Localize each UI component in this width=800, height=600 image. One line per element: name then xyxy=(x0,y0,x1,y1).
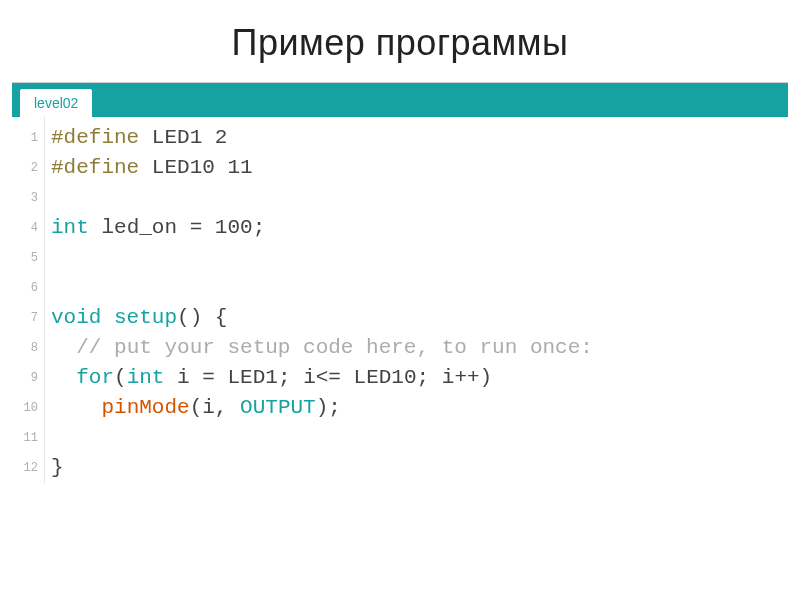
code-line[interactable] xyxy=(51,273,788,303)
code-line[interactable]: #define LED10 11 xyxy=(51,153,788,183)
code-token: #define xyxy=(51,126,152,149)
slide-title: Пример программы xyxy=(0,0,800,82)
line-number: 4 xyxy=(12,213,44,243)
code-token: ; xyxy=(417,366,442,389)
tab-level02[interactable]: level02 xyxy=(20,89,92,117)
code-token: ( xyxy=(114,366,127,389)
code-line[interactable] xyxy=(51,423,788,453)
line-number-gutter: 123456789101112 xyxy=(12,117,44,483)
code-token: 11 xyxy=(227,156,252,179)
line-number: 12 xyxy=(12,453,44,483)
line-number: 7 xyxy=(12,303,44,333)
code-token: // put your setup code here, to run once… xyxy=(76,336,593,359)
line-number: 9 xyxy=(12,363,44,393)
code-line[interactable]: int led_on = 100; xyxy=(51,213,788,243)
code-token: <= xyxy=(316,366,354,389)
code-token: led_on xyxy=(101,216,189,239)
code-token xyxy=(51,396,101,419)
code-line[interactable]: for(int i = LED1; i<= LED10; i++) xyxy=(51,363,788,393)
code-token: 2 xyxy=(215,126,228,149)
line-number: 3 xyxy=(12,183,44,213)
line-number: 2 xyxy=(12,153,44,183)
code-line[interactable] xyxy=(51,183,788,213)
line-number: 10 xyxy=(12,393,44,423)
code-token: LED10 xyxy=(152,156,228,179)
code-token: 100 xyxy=(215,216,253,239)
code-token: ; xyxy=(278,366,303,389)
code-line[interactable]: void setup() { xyxy=(51,303,788,333)
code-token: setup xyxy=(114,306,177,329)
code-line[interactable]: #define LED1 2 xyxy=(51,123,788,153)
code-token: OUTPUT xyxy=(240,396,316,419)
code-token: for xyxy=(76,366,114,389)
code-token: , xyxy=(215,396,240,419)
line-number: 1 xyxy=(12,123,44,153)
tab-bar: level02 xyxy=(12,83,788,117)
line-number: 8 xyxy=(12,333,44,363)
code-token: ++) xyxy=(454,366,492,389)
line-number: 6 xyxy=(12,273,44,303)
code-token: ); xyxy=(316,396,341,419)
code-token: pinMode xyxy=(101,396,189,419)
code-token: ; xyxy=(253,216,266,239)
code-token: i xyxy=(177,366,202,389)
code-line[interactable]: } xyxy=(51,453,788,483)
code-token: i xyxy=(303,366,316,389)
code-token: LED10 xyxy=(354,366,417,389)
code-token xyxy=(51,366,76,389)
code-line[interactable] xyxy=(51,243,788,273)
code-token: int xyxy=(127,366,177,389)
code-area[interactable]: 123456789101112 #define LED1 2#define LE… xyxy=(12,117,788,483)
code-token: = xyxy=(202,366,227,389)
code-token: LED1 xyxy=(152,126,215,149)
code-token: } xyxy=(51,456,64,479)
code-content[interactable]: #define LED1 2#define LED10 11int led_on… xyxy=(44,117,788,483)
code-token: LED1 xyxy=(228,366,278,389)
code-token: ( xyxy=(190,396,203,419)
code-line[interactable]: pinMode(i, OUTPUT); xyxy=(51,393,788,423)
code-token: () { xyxy=(177,306,227,329)
code-line[interactable]: // put your setup code here, to run once… xyxy=(51,333,788,363)
code-token: i xyxy=(442,366,455,389)
code-token: int xyxy=(51,216,101,239)
code-token: = xyxy=(190,216,215,239)
code-token: #define xyxy=(51,156,152,179)
code-editor: level02 123456789101112 #define LED1 2#d… xyxy=(12,82,788,483)
code-token: void xyxy=(51,306,114,329)
code-token xyxy=(51,336,76,359)
line-number: 5 xyxy=(12,243,44,273)
code-token: i xyxy=(202,396,215,419)
line-number: 11 xyxy=(12,423,44,453)
